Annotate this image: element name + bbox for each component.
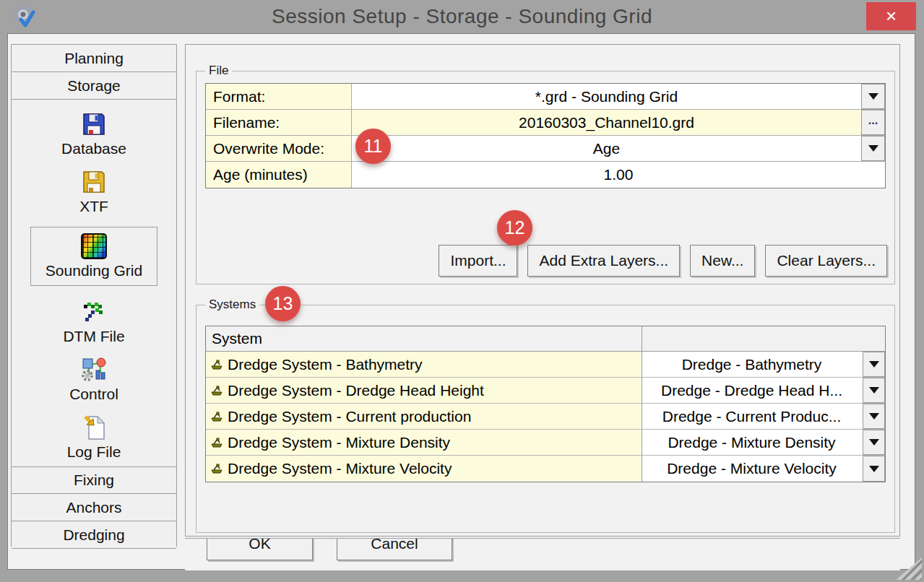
format-label: Format:: [206, 84, 352, 109]
system-column-header: System: [206, 326, 642, 351]
annotation-badge-11: 11: [355, 129, 391, 164]
cancel-button[interactable]: Cancel: [337, 538, 452, 560]
layer-select[interactable]: Dredge - Mixture Density: [642, 430, 885, 455]
sidebar: Planning Storage Database: [11, 44, 177, 547]
import-button[interactable]: Import...: [439, 245, 517, 277]
system-cell[interactable]: Dredge System - Mixture Velocity: [206, 456, 642, 482]
layer-value: Dredge - Current Produc...: [662, 408, 841, 425]
chevron-down-icon: [869, 466, 879, 472]
add-extra-layers-button[interactable]: Add Extra Layers...: [527, 245, 680, 277]
layer-value: Dredge - Dredge Head H...: [661, 382, 842, 399]
layer-value: Dredge - Mixture Density: [668, 434, 835, 451]
dredge-system-icon: [211, 412, 223, 422]
dtm-terrain-icon: [79, 297, 108, 326]
floppy-disk-yellow-icon: [82, 168, 106, 196]
sidebar-item-log-file[interactable]: Log File: [67, 413, 121, 461]
layer-dropdown-button[interactable]: [863, 352, 885, 377]
system-cell[interactable]: Dredge System - Bathymetry: [206, 352, 642, 377]
system-cell[interactable]: Dredge System - Mixture Density: [206, 430, 642, 455]
overwrite-mode-row: Overwrite Mode: Age: [206, 136, 885, 162]
system-name: Dredge System - Bathymetry: [228, 356, 423, 373]
close-button[interactable]: ×: [866, 2, 916, 30]
sidebar-item-label: Log File: [67, 443, 121, 461]
sidebar-item-label: XTF: [79, 198, 108, 215]
dredge-system-icon: [211, 360, 223, 370]
system-name: Dredge System - Dredge Head Height: [228, 382, 484, 399]
floppy-disk-blue-icon: [82, 110, 106, 139]
table-row: Dredge System - Bathymetry Dredge - Bath…: [206, 352, 885, 378]
system-name: Dredge System - Current production: [228, 408, 471, 425]
table-row: Dredge System - Mixture Velocity Dredge …: [206, 456, 885, 482]
layer-select[interactable]: Dredge - Mixture Velocity: [642, 456, 885, 482]
sidebar-item-fixing[interactable]: Fixing: [12, 466, 176, 494]
sidebar-item-database[interactable]: Database: [61, 110, 126, 157]
format-value[interactable]: *.grd - Sounding Grid: [352, 84, 861, 109]
layer-column-header: [642, 326, 885, 351]
age-minutes-label: Age (minutes): [206, 162, 352, 188]
sidebar-item-control[interactable]: Control: [69, 355, 118, 403]
new-button[interactable]: New...: [690, 245, 755, 277]
file-group-title: File: [205, 64, 232, 78]
format-row: Format: *.grd - Sounding Grid: [206, 84, 885, 110]
control-nodes-icon: [81, 355, 107, 384]
filename-label: Filename:: [206, 110, 352, 135]
system-cell[interactable]: Dredge System - Current production: [206, 404, 642, 429]
cancel-button-label: Cancel: [371, 538, 418, 552]
chevron-down-icon: [869, 413, 879, 420]
chevron-down-icon: [868, 145, 878, 152]
sidebar-item-label: Database: [61, 140, 126, 157]
file-field-table: Format: *.grd - Sounding Grid Filename: …: [205, 83, 886, 188]
layer-dropdown-button[interactable]: [863, 456, 885, 482]
annotation-badge-12: 12: [497, 210, 532, 246]
overwrite-mode-value[interactable]: Age: [352, 136, 861, 161]
layer-select[interactable]: Dredge - Current Produc...: [642, 404, 885, 429]
layer-select[interactable]: Dredge - Dredge Head H...: [642, 378, 885, 403]
chevron-down-icon: [869, 387, 879, 394]
layer-dropdown-button[interactable]: [863, 430, 885, 455]
file-group: File Format: *.grd - Sounding Grid Filen…: [196, 71, 895, 285]
filename-value[interactable]: 20160303_Channel10.grd: [352, 110, 861, 135]
system-name: Dredge System - Mixture Velocity: [228, 460, 452, 477]
system-name: Dredge System - Mixture Density: [228, 434, 450, 451]
table-row: Dredge System - Current production Dredg…: [206, 404, 885, 430]
filename-browse-button[interactable]: ...: [861, 110, 885, 135]
layer-select[interactable]: Dredge - Bathymetry: [642, 352, 885, 377]
layer-value: Dredge - Mixture Velocity: [667, 460, 837, 477]
sidebar-item-dtm-file[interactable]: DTM File: [63, 297, 124, 345]
sidebar-item-planning[interactable]: Planning: [12, 45, 176, 72]
dredge-system-icon: [211, 464, 223, 474]
titlebar: Session Setup - Storage - Sounding Grid …: [0, 0, 924, 33]
clear-layers-button[interactable]: Clear Layers...: [765, 245, 887, 277]
system-cell[interactable]: Dredge System - Dredge Head Height: [206, 378, 642, 403]
ellipsis-icon: ...: [868, 117, 878, 124]
layer-dropdown-button[interactable]: [863, 378, 885, 403]
layer-dropdown-button[interactable]: [863, 404, 885, 429]
age-minutes-value[interactable]: 1.00: [352, 162, 885, 188]
format-dropdown-button[interactable]: [861, 84, 885, 109]
sidebar-storage-sublist: Database XTF: [12, 100, 176, 466]
sidebar-item-dredging[interactable]: Dredging: [12, 521, 176, 549]
systems-table: System Dredge System - Bathymetry Dredge…: [205, 326, 886, 482]
overwrite-mode-dropdown-button[interactable]: [861, 136, 885, 161]
footer: OK Cancel: [185, 538, 900, 570]
systems-group: Systems System Dredge System - Bathymetr…: [196, 305, 895, 533]
chevron-down-icon: [869, 361, 879, 368]
sidebar-item-label: Sounding Grid: [46, 262, 142, 279]
sidebar-item-label: Control: [69, 386, 118, 403]
sidebar-item-sounding-grid[interactable]: Sounding Grid: [30, 227, 157, 286]
ok-button[interactable]: OK: [207, 538, 313, 560]
overwrite-mode-label: Overwrite Mode:: [206, 136, 352, 161]
layer-value: Dredge - Bathymetry: [682, 356, 822, 373]
dredge-system-icon: [211, 386, 223, 396]
systems-group-title: Systems: [205, 297, 259, 312]
sidebar-item-storage[interactable]: Storage: [12, 72, 176, 100]
sidebar-item-xtf[interactable]: XTF: [79, 168, 108, 215]
ok-button-label: OK: [249, 538, 270, 552]
systems-table-header: System: [206, 326, 885, 352]
window-title: Session Setup - Storage - Sounding Grid: [0, 0, 924, 33]
session-setup-window: Session Setup - Storage - Sounding Grid …: [0, 0, 924, 582]
annotation-badge-13: 13: [265, 286, 301, 321]
chevron-down-icon: [869, 439, 879, 446]
sidebar-item-anchors[interactable]: Anchors: [12, 494, 176, 521]
table-row: Dredge System - Mixture Density Dredge -…: [206, 430, 885, 456]
